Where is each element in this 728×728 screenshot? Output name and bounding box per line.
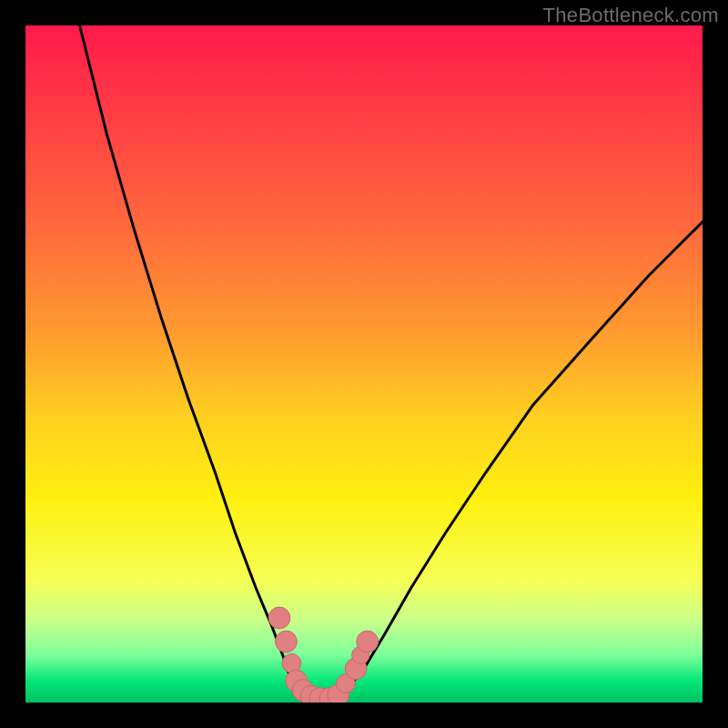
chart-svg	[25, 25, 703, 703]
curve-group	[80, 25, 703, 700]
series-right-curve	[337, 222, 703, 697]
data-marker	[268, 607, 290, 629]
data-marker	[276, 631, 298, 652]
series-left-curve	[80, 25, 310, 697]
watermark-text: TheBottleneck.com	[543, 4, 719, 27]
marker-group	[268, 607, 379, 703]
data-marker	[357, 631, 379, 652]
chart-frame: TheBottleneck.com	[0, 0, 728, 728]
plot-area	[25, 25, 703, 703]
